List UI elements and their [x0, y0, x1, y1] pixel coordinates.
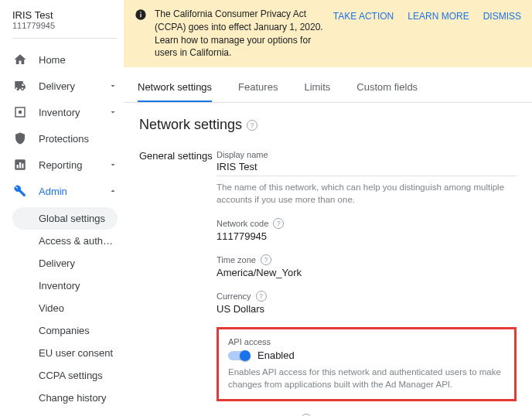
subnav-video[interactable]: Video — [12, 297, 118, 319]
help-icon[interactable]: ? — [273, 218, 284, 229]
tab-network-settings[interactable]: Network settings — [138, 73, 212, 102]
api-access-toggle[interactable] — [228, 351, 250, 360]
admin-subnav: Global settings Access & author... Deliv… — [12, 207, 118, 409]
subnav-delivery[interactable]: Delivery — [12, 252, 118, 274]
svg-rect-5 — [22, 164, 23, 169]
field-display-name: Display name IRIS Test The name of this … — [217, 150, 517, 206]
nav-label: Reporting — [39, 159, 108, 171]
account-name: IRIS Test — [12, 9, 118, 21]
help-icon[interactable]: ? — [247, 120, 257, 131]
chart-icon — [12, 157, 28, 172]
section-general-label: General settings — [139, 150, 217, 416]
nav-label: Admin — [39, 186, 108, 197]
nav-delivery[interactable]: Delivery — [12, 73, 118, 99]
subnav-change-history[interactable]: Change history — [12, 387, 118, 409]
shield-icon — [12, 131, 28, 146]
network-code-label: Network code? — [217, 218, 517, 229]
time-zone-label: Time zone? — [217, 254, 517, 265]
field-service-account-user: Service account user? ADD A SERVICE ACCO… — [217, 414, 517, 416]
time-zone-value: America/New_York — [217, 267, 517, 278]
nav-protections[interactable]: Protections — [12, 125, 118, 152]
tab-limits[interactable]: Limits — [304, 73, 330, 102]
home-icon — [12, 52, 28, 67]
nav-label: Home — [39, 54, 118, 66]
chevron-down-icon — [108, 81, 118, 90]
api-access-highlight-box: API access Enabled Enables API access fo… — [217, 327, 517, 401]
subnav-ccpa[interactable]: CCPA settings — [12, 364, 118, 387]
nav-label: Protections — [39, 133, 118, 145]
nav-home[interactable]: Home — [12, 46, 118, 73]
nav-reporting[interactable]: Reporting — [12, 152, 118, 178]
info-icon — [135, 9, 147, 21]
nav-label: Inventory — [39, 107, 108, 118]
nav-inventory[interactable]: Inventory — [12, 99, 118, 125]
svg-rect-8 — [140, 12, 141, 12]
chevron-up-icon — [108, 186, 118, 196]
truck-icon — [12, 78, 28, 94]
divider — [12, 38, 118, 39]
display-name-desc: The name of this network, which can help… — [217, 181, 517, 206]
svg-rect-3 — [17, 165, 19, 169]
api-access-desc: Enables API access for this network and … — [228, 366, 505, 390]
currency-label: Currency? — [217, 291, 517, 302]
help-icon[interactable]: ? — [261, 254, 271, 265]
network-code-value: 111779945 — [217, 230, 517, 242]
account-id: 111779945 — [12, 21, 118, 30]
banner-learn-more[interactable]: LEARN MORE — [408, 11, 469, 22]
tab-features[interactable]: Features — [238, 73, 278, 102]
nav-admin[interactable]: Admin — [12, 178, 118, 204]
svg-rect-4 — [19, 162, 21, 169]
banner-text: The California Consumer Privacy Act (CCP… — [155, 8, 326, 60]
subnav-global-settings[interactable]: Global settings — [12, 207, 118, 230]
inventory-icon — [12, 104, 28, 120]
display-name-label: Display name — [217, 150, 517, 159]
page-title-text: Network settings — [139, 117, 242, 133]
currency-value: US Dollars — [217, 303, 517, 315]
help-icon[interactable]: ? — [256, 291, 267, 302]
svg-rect-7 — [140, 14, 141, 18]
subnav-inventory[interactable]: Inventory — [12, 274, 118, 297]
nav-label: Delivery — [39, 80, 108, 92]
subnav-eu-consent[interactable]: EU user consent — [12, 342, 118, 364]
wrench-icon — [12, 183, 28, 199]
api-access-value: Enabled — [257, 350, 295, 361]
banner-dismiss[interactable]: DISMISS — [483, 11, 521, 22]
field-currency: Currency? US Dollars — [217, 291, 517, 315]
tab-custom-fields[interactable]: Custom fields — [356, 73, 418, 102]
tabs: Network settings Features Limits Custom … — [124, 73, 532, 103]
service-user-label: Service account user? — [217, 414, 517, 416]
account-header[interactable]: IRIS Test 111779945 — [12, 9, 118, 30]
api-access-label: API access — [228, 337, 505, 346]
banner-take-action[interactable]: TAKE ACTION — [333, 11, 394, 22]
display-name-value[interactable]: IRIS Test — [217, 161, 517, 176]
field-time-zone: Time zone? America/New_York — [217, 254, 517, 278]
subnav-access[interactable]: Access & author... — [12, 230, 118, 252]
chevron-down-icon — [108, 107, 118, 117]
page-title: Network settings ? — [139, 117, 517, 133]
help-icon[interactable]: ? — [301, 414, 312, 416]
ccpa-banner: The California Consumer Privacy Act (CCP… — [124, 0, 532, 67]
chevron-down-icon — [108, 160, 118, 169]
svg-point-1 — [19, 111, 22, 114]
subnav-companies[interactable]: Companies — [12, 319, 118, 342]
field-network-code: Network code? 111779945 — [217, 218, 517, 242]
